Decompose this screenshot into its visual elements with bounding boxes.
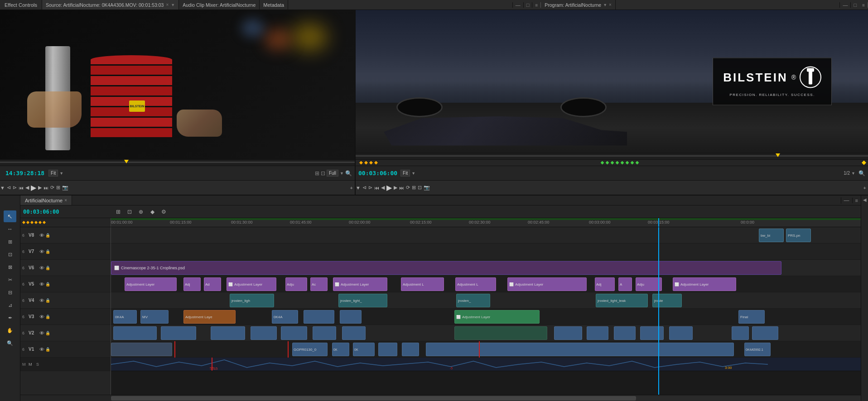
source-tab-close[interactable]: × <box>166 2 169 7</box>
clip-v2-3[interactable] <box>211 326 245 340</box>
prog-next-edit-btn[interactable]: ⏭ <box>399 185 404 191</box>
source-wrench-icon[interactable]: ⊞ <box>315 170 319 177</box>
clip-v5-9[interactable]: Adjustment L <box>455 277 496 291</box>
clip-v5-4[interactable]: ⬜Adjustment Layer <box>227 277 276 291</box>
select-tool-btn[interactable]: ↖ <box>4 210 16 222</box>
prog-prev-edit-btn[interactable]: ⏮ <box>374 185 379 191</box>
track-lock-v5[interactable]: 🔒 <box>45 282 50 286</box>
prog-out-btn[interactable]: ⊳ <box>368 185 372 191</box>
track-eye-v3[interactable]: 👁 <box>39 314 44 320</box>
tl-marker-btn[interactable]: ◆ <box>147 207 157 217</box>
sequence-tab[interactable]: ArtificialNocturne × <box>20 196 72 205</box>
razor-tool-btn[interactable]: ✂ <box>4 274 16 286</box>
prog-in-btn[interactable]: ⊲ <box>362 185 366 191</box>
track-row-v2[interactable] <box>111 325 861 341</box>
track-toggle-v3[interactable]: 6 <box>22 315 28 319</box>
source-out-btn[interactable]: ⊳ <box>13 185 17 191</box>
hand-tool-btn[interactable]: ✋ <box>4 325 16 336</box>
effect-controls-tab[interactable]: Effect Controls <box>0 0 42 10</box>
source-full-select[interactable]: Full <box>327 170 338 177</box>
clip-v2-1[interactable] <box>113 326 157 340</box>
source-menu-btn[interactable]: ▼ <box>0 185 5 191</box>
track-toggle-v5[interactable]: 6 <box>22 282 28 286</box>
track-toggle-audio[interactable]: M <box>22 362 28 367</box>
clip-v2-14[interactable] <box>752 326 778 340</box>
timeline-settings-btn[interactable]: ≡ <box>852 198 861 203</box>
clip-v5-14[interactable]: ⬜Adjustment Layer <box>673 277 736 291</box>
track-eye-v8[interactable]: 👁 <box>39 233 44 238</box>
clip-v2-12[interactable] <box>669 326 693 340</box>
source-chevron2[interactable]: ▼ <box>340 171 344 176</box>
clip-v5-5[interactable]: Adju <box>285 277 307 291</box>
program-panel-settings[interactable]: ≡ <box>859 2 868 8</box>
source-chevron[interactable]: ▼ <box>59 171 63 176</box>
track-row-v5[interactable]: Adjustment Layer Adj Ad ⬜Adjustment Laye… <box>111 276 861 292</box>
source-panel-settings[interactable]: ≡ <box>532 2 541 8</box>
source-fit-select[interactable]: Fit <box>48 170 58 177</box>
tl-link-btn[interactable]: ⊕ <box>136 207 146 217</box>
metadata-tab[interactable]: Metadata <box>260 0 288 10</box>
clip-v5-3[interactable]: Ad <box>204 277 221 291</box>
clip-v3-b2[interactable] <box>340 310 362 324</box>
clip-v8-prs[interactable]: PRS.pn <box>786 229 811 242</box>
track-row-v1[interactable]: GOPR0130_0 0K 0K 0K4A5992.1 <box>111 341 861 358</box>
prog-settings-btn[interactable]: + <box>863 185 866 191</box>
clip-v1-long[interactable] <box>426 343 734 356</box>
track-row-v6[interactable]: ⬜Cinemascope 2-35-1 Croplines.psd <box>111 260 861 276</box>
prog-loop-btn[interactable]: ⟳ <box>406 185 410 191</box>
source-tab-dropdown[interactable]: ▼ <box>171 3 175 7</box>
clip-v3-final[interactable]: Final <box>738 310 765 324</box>
program-fraction-chevron[interactable]: ▼ <box>851 171 855 176</box>
track-toggle-v7[interactable]: 6 <box>22 249 28 254</box>
slide-tool-btn[interactable]: ⊿ <box>4 299 16 311</box>
clip-v2-6[interactable] <box>313 326 336 340</box>
clip-v4-2[interactable]: jrosten_light_ <box>338 294 387 307</box>
source-monitor-tab[interactable]: Source: ArtificialNocturne: 0K4A4306.MOV… <box>42 0 179 10</box>
track-row-v3[interactable]: 0K4A MV Adjustment Laye 0K4A ⬜Adjustment… <box>111 309 861 325</box>
tl-ripple-btn[interactable]: ⊡ <box>125 207 135 217</box>
slip-tool-btn[interactable]: ⊟ <box>4 286 16 298</box>
clip-v1-gopr[interactable]: GOPR0130_0 <box>292 343 328 356</box>
clip-v2-11[interactable] <box>640 326 664 340</box>
clip-v4-1[interactable]: jrosten_ligh <box>230 294 274 307</box>
source-step-fwd-btn[interactable]: ▶ <box>38 185 42 191</box>
source-search-icon[interactable]: 🔍 <box>345 170 352 177</box>
clip-v5-13[interactable]: Adju <box>636 277 662 291</box>
clip-v2-7[interactable] <box>342 326 366 340</box>
prog-export-frame-btn[interactable]: 📷 <box>424 185 430 191</box>
source-in-btn[interactable]: ⊲ <box>7 185 11 191</box>
clip-v4-5[interactable]: jroste <box>652 294 682 307</box>
track-toggle-v8[interactable]: 6 <box>22 233 28 238</box>
program-fit-select[interactable]: Fit <box>400 170 410 177</box>
track-lock-v3[interactable]: 🔒 <box>45 315 50 319</box>
source-export-frame-btn[interactable]: 📷 <box>62 185 68 191</box>
program-panel-expand[interactable]: □ <box>850 2 859 8</box>
prog-extract-btn[interactable]: ⊡ <box>418 185 422 191</box>
clip-v8-bw[interactable]: bw_bi <box>759 229 784 242</box>
source-prev-edit-btn[interactable]: ⏮ <box>19 185 24 191</box>
track-row-v8[interactable]: bw_bi PRS.pn <box>111 227 861 243</box>
prog-play-btn[interactable]: ▶ <box>386 183 392 192</box>
zoom-tool-btn[interactable]: 🔍 <box>4 337 16 349</box>
track-row-v7[interactable] <box>111 243 861 260</box>
clip-v2-10[interactable] <box>614 326 636 340</box>
clip-v1-b2[interactable] <box>378 343 397 356</box>
track-eye-v5[interactable]: 👁 <box>39 282 44 287</box>
program-tab-close[interactable]: × <box>609 2 612 7</box>
roll-edit-btn[interactable]: ⊡ <box>4 248 16 260</box>
source-loop-btn[interactable]: ⟳ <box>50 185 54 191</box>
track-lock-v1[interactable]: 🔒 <box>45 347 50 352</box>
prog-lift-btn[interactable]: ⊞ <box>412 185 416 191</box>
clip-v3-adj-layer[interactable]: ⬜Adjustment Layer <box>454 310 540 324</box>
prog-menu-btn[interactable]: ▼ <box>356 185 361 191</box>
source-expand-icon[interactable]: ⊡ <box>321 170 325 177</box>
program-monitor-tab[interactable]: Program: ArtificialNocturne ▼ × <box>541 0 616 10</box>
clip-v5-7[interactable]: ⬜Adjustment Layer <box>333 277 387 291</box>
clip-v1-b3[interactable] <box>402 343 419 356</box>
source-insert-btn[interactable]: + <box>350 185 353 191</box>
track-lock-v7[interactable]: 🔒 <box>45 249 50 254</box>
track-select-tool-btn[interactable]: ↔ <box>4 223 16 235</box>
clip-v2-13[interactable] <box>732 326 749 340</box>
track-lock-v8[interactable]: 🔒 <box>45 233 50 238</box>
track-toggle-v1[interactable]: 6 <box>22 347 28 352</box>
